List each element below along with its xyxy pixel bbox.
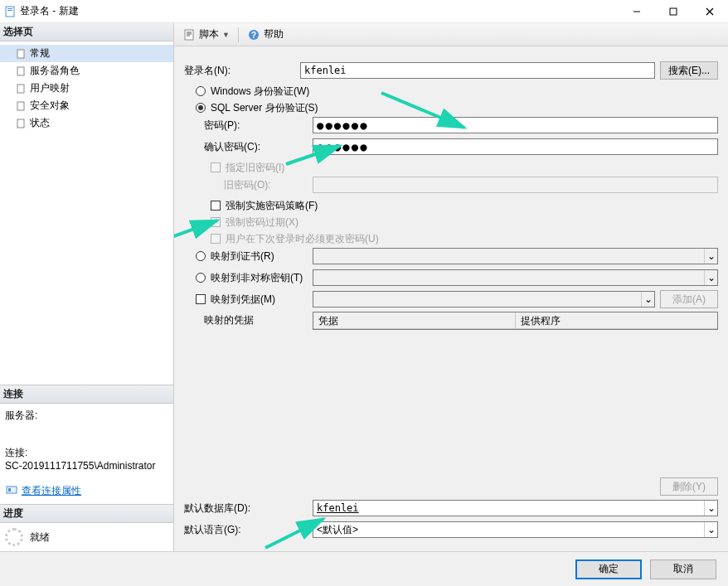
app-icon [3, 5, 17, 18]
page-icon [15, 83, 27, 94]
sidebar-item-user-mapping[interactable]: 用户映射 [0, 80, 173, 97]
windows-auth-label: Windows 身份验证(W) [211, 85, 309, 99]
status-text: 就绪 [30, 530, 50, 545]
progress-header: 进度 [0, 505, 173, 523]
cancel-button[interactable]: 取消 [650, 559, 716, 579]
map-cred-label: 映射到凭据(M) [211, 293, 275, 307]
toolbar-separator [238, 27, 239, 42]
old-password-label: 旧密码(O): [184, 178, 313, 192]
sidebar-item-label: 服务器角色 [30, 64, 80, 78]
connection-value: SC-2019111711755\Administrator [5, 460, 168, 472]
script-label: 脚本 [199, 27, 219, 41]
radio-icon [196, 273, 206, 283]
help-icon: ? [247, 28, 260, 41]
svg-text:?: ? [251, 31, 256, 40]
script-icon [182, 28, 196, 41]
chevron-down-icon[interactable]: ⌄ [704, 501, 717, 516]
svg-rect-4 [670, 8, 677, 15]
maximize-button[interactable] [655, 0, 692, 23]
chevron-down-icon: ⌄ [704, 270, 717, 285]
toolbar: 脚本 ▼ ? 帮助 [174, 23, 728, 46]
sidebar-item-general[interactable]: 常规 [0, 45, 173, 62]
checkbox-icon [211, 217, 221, 227]
map-asym-label: 映射到非对称密钥(T) [211, 271, 303, 285]
chevron-down-icon: ⌄ [641, 292, 654, 307]
chevron-down-icon[interactable]: ⌄ [704, 522, 717, 537]
default-db-label: 默认数据库(D): [184, 501, 313, 516]
map-cert-radio[interactable]: 映射到证书(R) [184, 248, 313, 264]
login-name-label: 登录名(N): [184, 64, 300, 78]
map-cred-checkbox[interactable]: 映射到凭据(M) [184, 291, 313, 308]
map-cert-combo: ⌄ [313, 248, 718, 264]
password-input[interactable]: ●●●●●● [313, 117, 718, 133]
radio-icon [196, 86, 206, 96]
help-button[interactable]: ? 帮助 [244, 26, 287, 43]
server-value [5, 423, 168, 446]
specify-old-password-checkbox[interactable]: 指定旧密码(I) [184, 159, 718, 176]
script-button[interactable]: 脚本 ▼ [179, 26, 233, 43]
sidebar-item-server-roles[interactable]: 服务器角色 [0, 62, 173, 80]
select-page-header: 选择页 [0, 23, 173, 41]
checkbox-icon [211, 201, 221, 211]
page-icon [15, 48, 27, 60]
svg-rect-0 [6, 7, 14, 17]
confirm-password-label: 确认密码(C): [184, 140, 313, 154]
enforce-expire-checkbox: 强制密码过期(X) [184, 214, 718, 230]
window-title: 登录名 - 新建 [20, 4, 79, 18]
ok-button[interactable]: 确定 [575, 559, 642, 579]
grid-col-credential: 凭据 [313, 312, 516, 328]
map-asym-combo: ⌄ [313, 269, 718, 286]
server-label: 服务器: [5, 409, 168, 423]
sidebar-item-status[interactable]: 状态 [0, 114, 173, 132]
sidebar-item-securables[interactable]: 安全对象 [0, 97, 173, 114]
checkbox-icon [196, 294, 206, 304]
svg-rect-8 [17, 67, 24, 75]
default-db-value: kfenlei [317, 502, 359, 514]
svg-rect-14 [185, 30, 193, 40]
footer: 确定 取消 [0, 551, 728, 586]
default-db-combo[interactable]: kfenlei ⌄ [313, 500, 718, 516]
sql-auth-label: SQL Server 身份验证(S) [211, 101, 318, 115]
sql-auth-radio[interactable]: SQL Server 身份验证(S) [184, 99, 718, 116]
sidebar-pages: 常规 服务器角色 用户映射 安全对象 状态 [0, 41, 173, 135]
sidebar-item-label: 常规 [30, 46, 50, 61]
password-label: 密码(P): [184, 119, 313, 133]
mapped-creds-label: 映射的凭据 [184, 312, 313, 327]
svg-rect-1 [7, 8, 12, 9]
close-button[interactable] [692, 0, 728, 23]
page-icon [15, 118, 27, 129]
titlebar: 登录名 - 新建 [0, 0, 728, 23]
sidebar: 选择页 常规 服务器角色 用户映射 安全对象 状态 [0, 23, 174, 551]
must-change-checkbox: 用户在下次登录时必须更改密码(U) [184, 230, 718, 247]
default-lang-value: <默认值> [317, 523, 358, 537]
minimize-button[interactable] [619, 0, 655, 23]
map-asym-radio[interactable]: 映射到非对称密钥(T) [184, 269, 313, 286]
svg-rect-7 [17, 50, 24, 58]
svg-rect-9 [17, 85, 24, 93]
content-panel: 脚本 ▼ ? 帮助 登录名(N): 搜索(E)... Windows 身份验证(… [174, 23, 728, 551]
svg-rect-12 [7, 487, 17, 493]
svg-rect-10 [17, 102, 24, 110]
windows-auth-radio[interactable]: Windows 身份验证(W) [184, 83, 718, 99]
sidebar-item-label: 用户映射 [30, 81, 70, 95]
old-password-input [313, 177, 718, 193]
confirm-password-input[interactable]: ●●●●●● [313, 138, 718, 155]
enforce-policy-checkbox[interactable]: 强制实施密码策略(F) [184, 197, 718, 214]
grid-col-provider: 提供程序 [516, 312, 718, 328]
connection-header: 连接 [0, 385, 173, 404]
search-button[interactable]: 搜索(E)... [660, 61, 718, 80]
radio-icon [196, 251, 206, 261]
checkbox-icon [211, 234, 221, 244]
login-name-input[interactable] [300, 62, 655, 79]
map-cred-combo: ⌄ [313, 291, 655, 308]
chevron-down-icon: ⌄ [704, 249, 717, 264]
specify-old-password-label: 指定旧密码(I) [226, 161, 284, 175]
enforce-policy-label: 强制实施密码策略(F) [226, 199, 318, 213]
remove-button: 删除(Y) [660, 477, 718, 496]
enforce-expire-label: 强制密码过期(X) [226, 216, 298, 230]
view-connection-props-link[interactable]: 查看连接属性 [22, 484, 81, 498]
default-lang-combo[interactable]: <默认值> ⌄ [313, 521, 718, 538]
add-button: 添加(A) [660, 290, 718, 308]
connection-props-icon [5, 483, 18, 499]
mapped-creds-grid: 凭据 提供程序 [313, 312, 718, 330]
